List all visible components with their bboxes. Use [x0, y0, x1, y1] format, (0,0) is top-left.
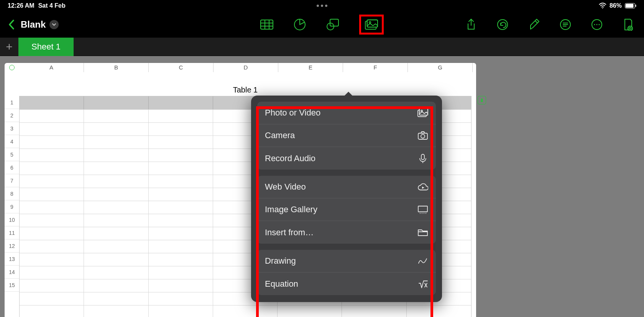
column-header[interactable]: A [19, 63, 84, 72]
column-header[interactable]: D [214, 63, 278, 72]
select-all-corner[interactable] [5, 63, 19, 72]
sheet-tab-active[interactable]: Sheet 1 [18, 38, 74, 56]
cell[interactable] [149, 188, 213, 201]
menu-item-camera[interactable]: Camera [257, 124, 436, 147]
menu-item-photo[interactable]: Photo or Video [257, 102, 436, 124]
menu-item-folder[interactable]: Insert from… [257, 221, 436, 244]
doc-title[interactable]: Blank [21, 19, 59, 30]
text-format-button[interactable] [559, 18, 572, 31]
cell[interactable] [213, 305, 278, 317]
cell[interactable] [84, 266, 148, 279]
row-header[interactable]: 14 [5, 266, 19, 279]
canvas[interactable]: ABCDEFG 123456789101112131415 Table 1 ıı… [0, 56, 644, 317]
cell[interactable] [342, 305, 406, 317]
row-header[interactable]: 12 [5, 239, 19, 253]
cell[interactable] [84, 201, 148, 214]
insert-media-button[interactable] [365, 18, 378, 31]
cell[interactable] [84, 227, 148, 240]
back-button[interactable] [4, 17, 19, 32]
column-header[interactable]: C [149, 63, 214, 72]
row-header[interactable]: 1 [5, 96, 19, 109]
row-header[interactable]: 7 [5, 174, 19, 187]
add-column-handle[interactable]: ıı [478, 96, 486, 104]
cell[interactable] [149, 201, 213, 214]
undo-button[interactable] [496, 18, 509, 31]
cell[interactable] [20, 253, 84, 266]
cell[interactable] [84, 292, 148, 305]
cell[interactable] [84, 136, 148, 149]
cell[interactable] [149, 240, 213, 253]
doc-settings-button[interactable] [622, 18, 635, 31]
row-header[interactable]: 9 [5, 200, 19, 213]
cell[interactable] [20, 175, 84, 188]
header-cell[interactable] [84, 96, 148, 109]
cell[interactable] [278, 305, 342, 317]
add-sheet-button[interactable]: + [0, 38, 18, 56]
cell[interactable] [84, 162, 148, 175]
cell[interactable] [84, 188, 148, 201]
cell[interactable] [149, 266, 213, 279]
cell[interactable] [149, 305, 213, 317]
column-header[interactable]: E [278, 63, 343, 72]
menu-item-scribble[interactable]: Drawing [257, 250, 436, 272]
column-header[interactable]: F [343, 63, 408, 72]
row-header[interactable]: 11 [5, 226, 19, 239]
menu-item-cloud[interactable]: Web Video [257, 176, 436, 198]
row-header[interactable]: 6 [5, 161, 19, 174]
header-cell[interactable] [20, 96, 84, 109]
cell[interactable] [20, 201, 84, 214]
row-header[interactable]: 10 [5, 213, 19, 226]
row-header[interactable]: 8 [5, 187, 19, 200]
cell[interactable] [20, 188, 84, 201]
insert-shape-button[interactable] [326, 18, 339, 31]
cell[interactable] [20, 266, 84, 279]
column-header[interactable]: G [408, 63, 473, 72]
cell[interactable] [20, 240, 84, 253]
cell[interactable] [149, 253, 213, 266]
cell[interactable] [20, 149, 84, 162]
cell[interactable] [20, 292, 84, 305]
cell[interactable] [84, 279, 148, 292]
menu-item-equation[interactable]: Equation [257, 272, 436, 295]
cell[interactable] [20, 214, 84, 227]
cell[interactable] [84, 240, 148, 253]
cell[interactable] [84, 123, 148, 135]
cell[interactable] [84, 149, 148, 162]
cell[interactable] [149, 227, 213, 240]
cell[interactable] [20, 279, 84, 292]
cell[interactable] [84, 110, 148, 122]
cell[interactable] [20, 123, 84, 135]
cell[interactable] [84, 305, 148, 317]
row-header[interactable]: 2 [5, 109, 19, 122]
menu-item-gallery[interactable]: Image Gallery [257, 198, 436, 221]
cell[interactable] [20, 110, 84, 122]
cell[interactable] [149, 149, 213, 162]
header-cell[interactable] [149, 96, 213, 109]
row-header[interactable]: 13 [5, 253, 19, 266]
row-header[interactable]: 15 [5, 279, 19, 292]
menu-item-mic[interactable]: Record Audio [257, 147, 436, 170]
cell[interactable] [20, 162, 84, 175]
cell[interactable] [149, 175, 213, 188]
cell[interactable] [407, 305, 471, 317]
chevron-down-icon[interactable] [49, 20, 59, 29]
cell[interactable] [149, 292, 213, 305]
column-header[interactable]: B [84, 63, 149, 72]
cell[interactable] [149, 136, 213, 149]
cell[interactable] [20, 305, 84, 317]
cell[interactable] [149, 110, 213, 122]
row-header[interactable]: 3 [5, 122, 19, 135]
insert-chart-button[interactable] [293, 18, 306, 31]
row-header[interactable]: 4 [5, 135, 19, 148]
cell[interactable] [84, 253, 148, 266]
share-button[interactable] [465, 18, 478, 31]
insert-table-button[interactable] [260, 18, 273, 31]
cell[interactable] [84, 214, 148, 227]
cell[interactable] [149, 123, 213, 135]
cell[interactable] [149, 162, 213, 175]
cell[interactable] [149, 279, 213, 292]
row-header[interactable]: 5 [5, 148, 19, 161]
cell[interactable] [20, 227, 84, 240]
cell[interactable] [20, 136, 84, 149]
cell[interactable] [149, 214, 213, 227]
